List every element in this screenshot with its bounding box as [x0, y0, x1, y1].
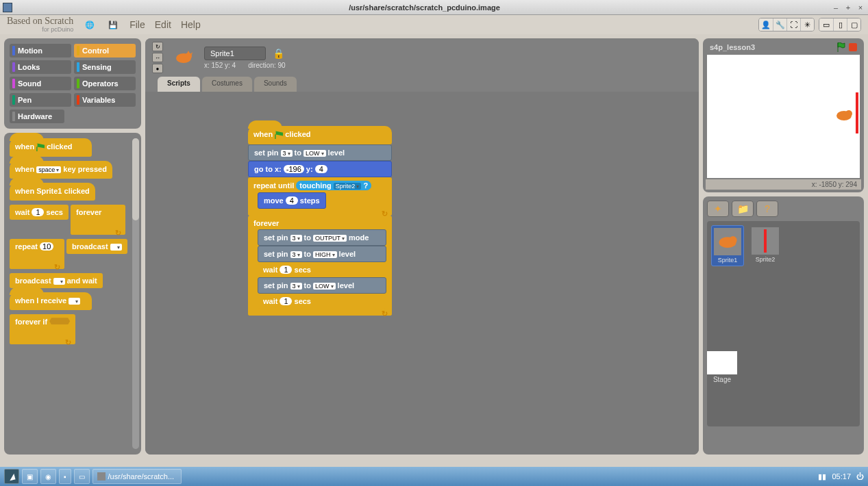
user-icon[interactable]: 👤: [759, 18, 773, 31]
sprite-panel: ✦ 📁 ? Sprite1 Sprite2 Stage: [703, 196, 864, 455]
stage-item[interactable]: Stage: [707, 351, 737, 383]
svg-point-3: [845, 110, 852, 117]
category-sound[interactable]: Sound: [10, 77, 71, 90]
tray-shutdown-icon[interactable]: ⏻: [856, 472, 864, 481]
block-wait[interactable]: wait 1 secs: [10, 205, 69, 220]
paint-sprite-button[interactable]: ✦: [707, 201, 729, 217]
wrench-icon[interactable]: 🔧: [773, 18, 786, 31]
taskbar-files-icon[interactable]: ▣: [22, 469, 38, 484]
tab-sounds[interactable]: Sounds: [254, 77, 297, 92]
tab-scripts[interactable]: Scripts: [158, 77, 200, 92]
surprise-sprite-button[interactable]: ?: [756, 201, 778, 217]
green-flag-button[interactable]: [836, 42, 846, 52]
block-forever-if[interactable]: forever if ↻: [10, 314, 75, 344]
stage-sprite1-cat[interactable]: [834, 108, 854, 122]
script-forever[interactable]: forever set pin 3 to OUTPUT mode set pin…: [248, 216, 392, 316]
sprite-name-input[interactable]: [204, 47, 266, 60]
sprite-panel-tools: ✦ 📁 ?: [707, 201, 860, 217]
block-when-flag-clicked[interactable]: when clicked: [10, 138, 92, 157]
script-wait-1[interactable]: wait 1 secs: [258, 262, 386, 277]
rotate-free-icon[interactable]: ↻: [152, 42, 163, 51]
taskbar-desktop-icon[interactable]: ▭: [74, 469, 90, 484]
block-when-sprite-clicked[interactable]: when Sprite1 clicked: [10, 183, 95, 201]
stage-sprite2-bar: [856, 92, 858, 133]
taskbar-tray: ▮▮ 05:17 ⏻: [818, 472, 864, 481]
close-button[interactable]: ×: [856, 3, 865, 12]
expand-icon[interactable]: ⛶: [786, 18, 800, 31]
sprite-coords: x: 152 y: 4: [204, 62, 236, 69]
category-pen[interactable]: Pen: [10, 93, 71, 107]
editor-tabs: Scripts Costumes Sounds: [145, 77, 699, 92]
minimize-button[interactable]: –: [831, 3, 841, 12]
tool-group-2: ▭ ▯ ▢: [819, 18, 861, 31]
category-motion[interactable]: Motion: [10, 44, 71, 57]
block-when-key-pressed[interactable]: when space key pressed: [10, 161, 112, 179]
category-operators[interactable]: Operators: [74, 77, 136, 90]
script-set-pin-output[interactable]: set pin 3 to OUTPUT mode: [258, 229, 386, 246]
script-stack[interactable]: when clicked set pin 3 to LOW level go t…: [248, 126, 392, 316]
view-present-icon[interactable]: ▢: [847, 18, 860, 31]
tab-costumes[interactable]: Costumes: [202, 77, 252, 92]
save-icon[interactable]: 💾: [106, 18, 120, 31]
category-hardware[interactable]: Hardware: [10, 110, 64, 123]
cat-icon: [716, 233, 739, 250]
sprite-thumbnail: [169, 45, 199, 70]
palette-scrollbar[interactable]: [132, 138, 139, 449]
globe-icon[interactable]: 🌐: [83, 18, 97, 31]
main-area: Motion Control Looks Sensing Sound Opera…: [0, 34, 868, 459]
sprite-list: Sprite1 Sprite2: [707, 221, 860, 426]
window-title: /usr/share/scratch/scratch_pcduino.image: [18, 3, 831, 12]
sprite-info: 🔒 x: 152 y: 4 direction: 90: [204, 47, 286, 69]
script-when-flag-clicked[interactable]: when clicked: [248, 126, 392, 144]
center-panel: ↻ ↔ ● 🔒 x: 152 y: 4 direction: 90 Script…: [145, 38, 699, 455]
block-when-receive[interactable]: when I receive: [10, 292, 92, 310]
script-set-pin-high[interactable]: set pin 3 to HIGH level: [258, 246, 386, 262]
rotate-none-icon[interactable]: ●: [152, 64, 163, 73]
left-panel: Motion Control Looks Sensing Sound Opera…: [4, 38, 141, 455]
tray-network-icon[interactable]: ▮▮: [818, 472, 826, 481]
category-sensing[interactable]: Sensing: [74, 60, 136, 74]
block-forever[interactable]: forever ↻: [71, 205, 125, 235]
block-repeat[interactable]: repeat 10 ↻: [10, 239, 64, 269]
sprite-item-sprite2[interactable]: Sprite2: [749, 225, 781, 265]
menu-edit[interactable]: Edit: [155, 19, 171, 30]
stop-button[interactable]: [849, 43, 857, 51]
start-button[interactable]: ◢: [4, 469, 19, 484]
lock-icon[interactable]: 🔒: [273, 48, 284, 59]
shrink-icon[interactable]: ✳: [800, 18, 814, 31]
script-set-pin-low-1[interactable]: set pin 3 to LOW level: [248, 144, 392, 161]
script-goto-xy[interactable]: go to x: -196 y: 4: [248, 161, 392, 177]
sprite-item-sprite1[interactable]: Sprite1: [711, 225, 744, 266]
view-small-icon[interactable]: ▭: [819, 18, 833, 31]
touching-reporter[interactable]: touching Sprite2 ?: [296, 181, 371, 190]
clock: 05:17: [832, 472, 851, 481]
menu-help[interactable]: Help: [181, 19, 201, 30]
view-medium-icon[interactable]: ▯: [833, 18, 847, 31]
category-panel: Motion Control Looks Sensing Sound Opera…: [4, 38, 141, 129]
app-title: Based on Scratch: [7, 16, 73, 26]
script-area[interactable]: when clicked set pin 3 to LOW level go t…: [145, 92, 699, 455]
block-broadcast[interactable]: broadcast: [66, 239, 127, 254]
menu-file[interactable]: File: [129, 19, 145, 30]
category-variables[interactable]: Variables: [74, 93, 136, 107]
stage-canvas[interactable]: [707, 55, 860, 178]
category-looks[interactable]: Looks: [10, 60, 71, 74]
import-sprite-button[interactable]: 📁: [732, 201, 754, 217]
right-panel: s4p_lesson3 x: -1850 y: 294 ✦ 📁 ? Sprite…: [703, 38, 864, 455]
script-move-steps[interactable]: move 4 steps: [258, 192, 326, 209]
sprite-header: ↻ ↔ ● 🔒 x: 152 y: 4 direction: 90: [145, 38, 699, 77]
taskbar-terminal-icon[interactable]: ▪: [59, 469, 71, 484]
taskbar-browser-icon[interactable]: ◉: [40, 469, 56, 484]
category-control[interactable]: Control: [74, 44, 136, 57]
taskbar-app-scratch[interactable]: /usr/share/scratch...: [92, 469, 182, 484]
sprite-rotation-tools: ↻ ↔ ●: [152, 42, 163, 73]
script-wait-2[interactable]: wait 1 secs: [258, 294, 386, 309]
block-broadcast-wait[interactable]: broadcast and wait: [10, 273, 103, 288]
stage-box: s4p_lesson3 x: -1850 y: 294: [703, 38, 864, 192]
maximize-button[interactable]: +: [843, 3, 853, 12]
menubar: Based on Scratch for pcDuino 🌐 💾 File Ed…: [0, 15, 868, 34]
rotate-flip-icon[interactable]: ↔: [152, 53, 163, 62]
flag-icon: [275, 131, 283, 139]
script-set-pin-low-2[interactable]: set pin 3 to LOW level: [258, 277, 386, 294]
script-repeat-until[interactable]: repeat until touching Sprite2 ? move 4 s…: [248, 177, 392, 216]
